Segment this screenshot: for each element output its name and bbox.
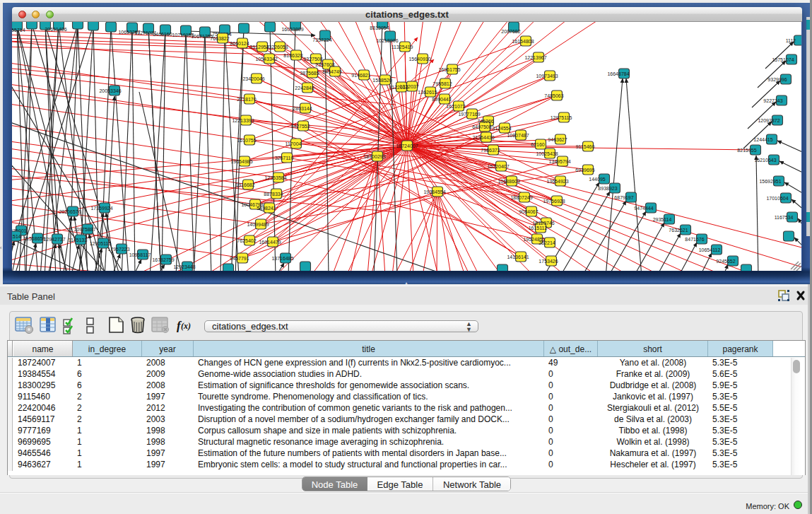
- svg-text:8471676: 8471676: [685, 237, 704, 242]
- svg-text:10543342: 10543342: [255, 57, 277, 62]
- svg-text:11325419: 11325419: [392, 45, 413, 49]
- svg-text:6466160: 6466160: [153, 32, 172, 37]
- svg-text:7625402: 7625402: [237, 238, 256, 243]
- svg-text:6879197: 6879197: [614, 195, 633, 200]
- svg-text:117004: 117004: [286, 141, 302, 146]
- svg-text:10973493: 10973493: [536, 74, 558, 78]
- svg-text:6497508: 6497508: [472, 124, 491, 129]
- svg-text:14136141: 14136141: [507, 255, 529, 259]
- svg-text:9463627: 9463627: [548, 137, 567, 142]
- svg-text:1362615: 1362615: [418, 90, 437, 95]
- svg-text:8938923: 8938923: [598, 186, 617, 191]
- svg-text:9474444: 9474444: [634, 206, 653, 211]
- svg-text:15720407: 15720407: [487, 164, 509, 169]
- svg-text:1322037: 1322037: [399, 84, 418, 89]
- svg-text:9084067: 9084067: [519, 209, 538, 214]
- svg-text:1145133: 1145133: [69, 238, 88, 243]
- svg-text:20206576: 20206576: [59, 209, 81, 214]
- svg-text:(x): (x): [181, 321, 191, 331]
- svg-text:16782759: 16782759: [152, 257, 174, 262]
- svg-text:9427552: 9427552: [290, 124, 310, 129]
- svg-text:7485063: 7485063: [544, 93, 563, 98]
- svg-text:2087682: 2087682: [501, 29, 520, 34]
- svg-text:1167534: 1167534: [775, 215, 794, 220]
- svg-text:2242848: 2242848: [295, 86, 314, 90]
- svg-text:746266: 746266: [477, 119, 493, 124]
- svg-text:11568659: 11568659: [24, 236, 46, 241]
- svg-text:1753426: 1753426: [539, 259, 558, 264]
- svg-text:18807249: 18807249: [510, 195, 532, 200]
- svg-text:16154808: 16154808: [512, 39, 534, 44]
- svg-text:10025438: 10025438: [536, 151, 558, 156]
- svg-text:12353584: 12353584: [264, 175, 286, 180]
- svg-text:19654985: 19654985: [230, 159, 252, 164]
- svg-text:21364436: 21364436: [472, 135, 494, 140]
- svg-text:8454749: 8454749: [322, 69, 341, 74]
- svg-text:8878334: 8878334: [264, 192, 283, 197]
- svg-text:1588520: 1588520: [372, 78, 392, 83]
- svg-text:1112: 1112: [786, 38, 796, 43]
- svg-text:18300295: 18300295: [363, 154, 385, 159]
- svg-text:1244415: 1244415: [753, 137, 772, 142]
- svg-text:16210643: 16210643: [754, 158, 776, 163]
- svg-text:10688609: 10688609: [498, 179, 519, 184]
- svg-text:23226058: 23226058: [266, 45, 288, 49]
- svg-text:9329996: 9329996: [767, 77, 787, 82]
- svg-text:8660124: 8660124: [230, 41, 249, 46]
- svg-text:3267110: 3267110: [275, 156, 294, 160]
- svg-text:1916682: 1916682: [235, 182, 254, 187]
- svg-text:12923448: 12923448: [173, 264, 195, 269]
- svg-text:12975115: 12975115: [551, 115, 572, 120]
- svg-text:19384554: 19384554: [423, 189, 445, 194]
- svg-text:62160: 62160: [531, 142, 545, 147]
- svg-text:14055714: 14055714: [12, 28, 25, 33]
- svg-text:9115460: 9115460: [576, 144, 595, 149]
- svg-text:9146821: 9146821: [351, 73, 370, 78]
- svg-text:18724007: 18724007: [396, 144, 418, 148]
- svg-text:8990443: 8990443: [432, 97, 451, 102]
- svg-text:17359924: 17359924: [90, 206, 112, 211]
- svg-text:3124554: 3124554: [492, 126, 511, 131]
- svg-text:13654923: 13654923: [546, 179, 568, 184]
- svg-text:13716485: 13716485: [271, 256, 293, 261]
- svg-text:12213393: 12213393: [232, 118, 254, 123]
- svg-text:7663822: 7663822: [210, 36, 229, 41]
- svg-text:9457791: 9457791: [230, 256, 249, 261]
- svg-text:13495794: 13495794: [548, 159, 570, 164]
- svg-text:6939695: 6939695: [575, 168, 594, 173]
- svg-text:3875685: 3875685: [300, 71, 319, 76]
- svg-text:7955812: 7955812: [433, 81, 452, 86]
- svg-text:12942737: 12942737: [43, 237, 65, 242]
- svg-text:144095: 144095: [589, 177, 605, 182]
- svg-text:7632621: 7632621: [669, 228, 688, 233]
- svg-text:9245652: 9245652: [716, 259, 735, 264]
- svg-text:252214: 252214: [539, 240, 555, 245]
- svg-text:12093872: 12093872: [758, 118, 779, 123]
- svg-text:2935114: 2935114: [653, 217, 672, 222]
- svg-text:14099489: 14099489: [247, 222, 269, 227]
- svg-text:19777169: 19777169: [458, 112, 480, 117]
- svg-text:8813054: 8813054: [370, 25, 389, 30]
- svg-text:15751074: 15751074: [772, 57, 794, 62]
- svg-text:10654112: 10654112: [699, 247, 721, 252]
- svg-text:15640910: 15640910: [408, 57, 430, 62]
- svg-text:20691406: 20691406: [45, 27, 66, 32]
- svg-text:18120746: 18120746: [532, 221, 554, 226]
- svg-text:1621072: 1621072: [446, 104, 465, 109]
- svg-text:20053346: 20053346: [99, 88, 121, 93]
- svg-text:2367608: 2367608: [315, 62, 334, 67]
- svg-text:15692951: 15692951: [759, 179, 781, 184]
- svg-text:10975887: 10975887: [73, 227, 95, 232]
- svg-text:5498242: 5498242: [257, 206, 276, 211]
- svg-text:16961755: 16961755: [438, 67, 460, 72]
- svg-text:2718170: 2718170: [237, 97, 256, 102]
- svg-text:19756928: 19756928: [543, 199, 565, 204]
- svg-text:16648784: 16648784: [607, 71, 629, 76]
- svg-text:10958117: 10958117: [129, 252, 151, 257]
- svg-text:8186328: 8186328: [283, 53, 302, 58]
- svg-text:12213967: 12213967: [524, 55, 546, 60]
- svg-text:991514: 991514: [12, 234, 21, 239]
- svg-text:1615112: 1615112: [529, 226, 548, 230]
- svg-text:12905115: 12905115: [90, 241, 112, 246]
- svg-text:8215955: 8215955: [737, 148, 756, 153]
